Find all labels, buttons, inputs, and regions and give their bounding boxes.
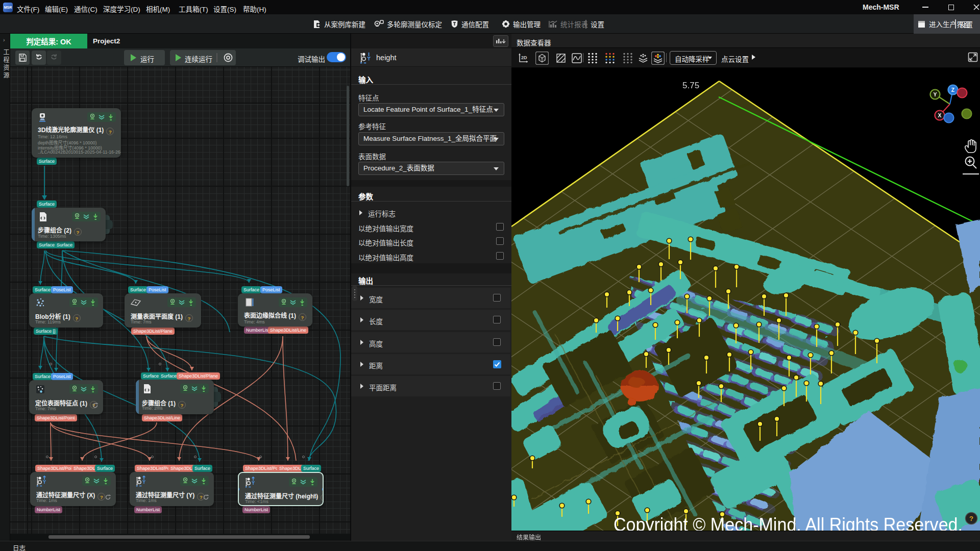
svg-text:Y: Y: [933, 91, 937, 97]
svg-text:5.75: 5.75: [682, 81, 699, 90]
svg-text:X: X: [938, 112, 941, 118]
svg-text:2D: 2D: [521, 55, 527, 60]
svg-text:Z: Z: [951, 87, 955, 93]
svg-text:Copyright © Mech-Mind. All Rig: Copyright © Mech-Mind. All Rights Reserv…: [614, 514, 963, 531]
svg-text:?: ?: [969, 515, 973, 522]
